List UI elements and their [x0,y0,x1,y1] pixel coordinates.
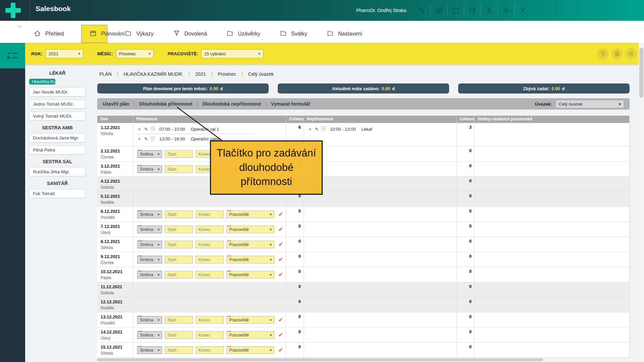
confirm-check-icon[interactable]: ✔ [278,211,283,218]
smena-select[interactable]: Směna ▾ [137,210,162,218]
staff-item[interactable]: Hlavička Kazimír MUDr. [29,79,55,84]
smena-select[interactable]: Směna ▾ [137,316,162,324]
pracoviste-select[interactable]: Pracoviště ▾ [226,226,274,233]
pracoviste-select[interactable]: Pracoviště ▾ [226,271,274,279]
toolbar-action[interactable]: Uzavřít plán [103,101,129,107]
staff-item[interactable]: Pilná Petra [29,145,86,155]
smena-select[interactable]: Směna ▾ [137,241,162,248]
confirm-check-icon[interactable]: ✔ [278,347,283,354]
note-icon[interactable] [321,126,326,132]
start-input[interactable] [165,316,193,324]
staff-item[interactable]: Docházková Jana Mgr. [29,133,86,142]
nav-tab[interactable]: Svátky [278,25,309,43]
close-icon[interactable] [514,4,531,17]
confirm-check-icon[interactable]: ✔ [278,241,283,248]
pracoviste-select[interactable]: Pracoviště ▾ [226,346,274,354]
print-icon[interactable] [611,48,623,59]
confirm-check-icon[interactable]: ✔ [278,256,283,263]
start-input[interactable] [165,256,193,263]
folder-n-icon[interactable]: N [430,4,447,17]
staff-item[interactable]: Jan Novák MUDr. [29,87,86,97]
edit-icon[interactable]: ✎ [144,136,148,141]
mesic-select[interactable]: Prosinec▾ [116,49,154,58]
collapse-arrow-icon[interactable]: → [17,23,22,29]
nav-tab[interactable]: Přehled [32,25,66,43]
rok-select[interactable]: 2021▾ [46,49,83,58]
smena-select[interactable]: Směna ▾ [137,150,162,158]
nav-tab[interactable]: Nastavení [325,25,364,43]
start-input[interactable] [165,150,193,158]
horizontal-scrollbar[interactable] [96,358,639,362]
confirm-check-icon[interactable]: ✔ [278,271,283,278]
start-input[interactable] [165,346,193,354]
edit-icon[interactable]: ✎ [144,127,148,132]
smena-select[interactable]: Směna ▾ [137,346,162,354]
konec-input[interactable] [196,210,224,218]
konec-input[interactable] [196,271,224,279]
staff-item[interactable]: Ručička Jirka Mgr. [29,167,86,176]
nav-tab[interactable]: Dovolená [171,25,209,43]
staff-item[interactable]: Fuk Tomáš [29,189,86,198]
nav-tab[interactable]: Výkazy [123,25,156,43]
konec-input[interactable] [196,165,224,173]
pracoviste-select[interactable]: Pracoviště ▾ [226,165,274,173]
staff-group-title: LÉKAŘ [29,70,86,76]
start-input[interactable] [165,165,193,173]
start-input[interactable] [165,271,193,279]
gear-icon[interactable] [497,4,514,17]
edit-icon[interactable]: ✎ [315,127,319,132]
pracoviste-select[interactable]: Pracoviště ▾ [226,241,274,248]
pracoviste-select[interactable]: Pracoviště ▾ [226,331,274,339]
toolbar-action[interactable]: Vymazat formulář [261,101,310,107]
smena-select[interactable]: Směna ▾ [137,271,162,279]
menu-icon[interactable] [626,48,637,59]
smena-select[interactable]: Směna ▾ [137,165,162,173]
confirm-check-icon[interactable]: ✔ [278,331,283,339]
vertical-scrollbar-thumb[interactable] [639,48,643,98]
konec-input[interactable] [196,331,224,339]
confirm-check-icon[interactable]: ✔ [278,150,283,158]
confirm-check-icon[interactable]: ✔ [278,166,283,173]
filter-icon[interactable] [597,48,608,59]
start-input[interactable] [165,331,193,339]
konec-input[interactable] [196,346,224,354]
toolbar-action[interactable]: Dlouhodobá přítomnost [129,101,192,107]
delete-icon[interactable]: × [308,127,312,132]
pracoviste-select[interactable]: 15 vybráno▾ [201,49,263,58]
confirm-check-icon[interactable]: ✔ [278,316,283,323]
pracoviste-select[interactable]: Pracoviště ▾ [226,150,274,158]
key-icon[interactable] [414,4,430,17]
note-icon[interactable] [151,126,155,132]
window-icon[interactable] [464,4,481,17]
staff-item[interactable]: Jedno Tomáš MUDr. [29,100,86,109]
delete-icon[interactable]: × [137,127,142,132]
nav-tab[interactable]: Plánování [81,25,107,43]
smena-select[interactable]: Směna ▾ [137,256,162,263]
presence-cell [133,297,286,312]
konec-input[interactable] [196,256,224,263]
toolbar-action[interactable]: Dlouhodobá nepřítomnost [193,101,261,107]
staff-list-toggle[interactable] [0,43,25,68]
smena-select[interactable]: Směna ▾ [137,331,162,339]
smena-select[interactable]: Směna ▾ [137,226,162,233]
konec-input[interactable] [196,241,224,248]
konec-input[interactable] [196,150,224,158]
uvazek-select[interactable]: Celý úvazek▾ [555,100,624,108]
horizontal-scrollbar-thumb[interactable] [97,358,543,361]
delete-icon[interactable]: × [137,136,142,141]
nav-tab[interactable]: Uzávěrky [224,25,262,43]
folder-icon[interactable] [447,4,464,17]
pracoviste-select[interactable]: Pracoviště ▾ [226,316,274,324]
start-input[interactable] [165,241,193,248]
staff-item[interactable]: Volný Tomáš MUDr. [29,112,86,121]
note-icon[interactable] [151,136,155,142]
users-icon[interactable] [481,4,497,17]
vertical-scrollbar[interactable] [639,43,644,358]
konec-input[interactable] [196,226,224,233]
pracoviste-select[interactable]: Pracoviště ▾ [226,256,274,263]
pracoviste-select[interactable]: Pracoviště ▾ [226,210,274,218]
confirm-check-icon[interactable]: ✔ [278,226,283,233]
start-input[interactable] [165,226,193,233]
konec-input[interactable] [196,316,224,324]
start-input[interactable] [165,210,193,218]
